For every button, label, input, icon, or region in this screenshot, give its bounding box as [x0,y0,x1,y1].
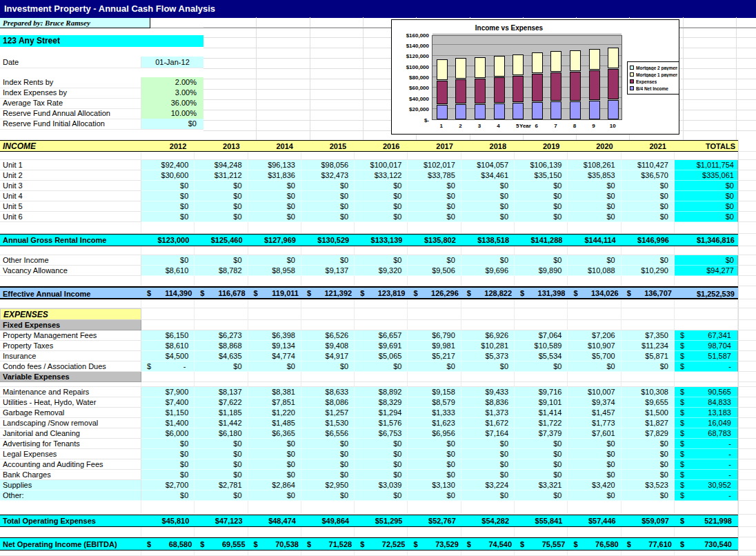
prepared-by-cell[interactable]: Prepared by: Bruce Ramsey [0,18,150,28]
value-cell[interactable]: $7,400 [141,397,195,408]
summary-value-cell[interactable]: $131,398 [515,286,568,299]
row-label[interactable]: Supplies [0,480,141,490]
value-cell[interactable]: $0 [408,459,461,470]
year-column-header[interactable]: 2017 [408,140,461,152]
value-cell[interactable]: $7,064 [515,330,568,341]
value-cell[interactable]: $2,864 [248,480,301,490]
value-cell[interactable]: $0 [568,439,621,449]
value-cell[interactable]: $0 [141,255,195,266]
value-cell[interactable]: $0 [621,201,675,212]
value-cell[interactable]: $0 [195,212,248,222]
value-cell[interactable]: $0 [141,212,195,222]
value-cell[interactable]: $1,773 [568,418,621,428]
value-cell[interactable]: $0 [248,449,301,459]
value-cell[interactable]: $10,308 [621,387,675,397]
row-label[interactable]: Janitorial and Cleaning [0,428,141,439]
row-label[interactable]: Unit 2 [0,170,141,181]
value-cell[interactable]: $0 [408,201,461,212]
assumption-value-cell[interactable]: $0 [141,119,203,130]
value-cell[interactable]: $6,273 [195,330,248,341]
value-cell[interactable]: $1,333 [408,408,461,418]
summary-value-cell[interactable]: $135,802 [408,234,461,246]
value-cell[interactable]: $9,696 [461,266,515,276]
value-cell[interactable]: $5,700 [568,351,621,361]
value-cell[interactable]: $96,133 [248,160,301,170]
date-value-cell[interactable]: 01-Jan-12 [141,57,203,68]
value-cell[interactable]: $0 [515,361,568,372]
value-cell[interactable]: $106,139 [515,160,568,170]
value-cell[interactable]: $36,570 [621,170,675,181]
value-cell[interactable]: $6,753 [355,428,408,439]
value-cell[interactable]: $11,234 [621,341,675,351]
value-cell[interactable]: $0 [461,459,515,470]
summary-value-cell[interactable]: $69,555 [195,537,248,550]
summary-value-cell[interactable]: $68,580 [141,537,195,550]
total-cell[interactable]: $- [675,459,738,470]
total-cell[interactable]: $0 [675,191,738,201]
value-cell[interactable]: $8,633 [301,387,355,397]
value-cell[interactable]: $0 [355,212,408,222]
value-cell[interactable]: $0 [408,255,461,266]
value-cell[interactable]: $7,829 [621,428,675,439]
value-cell[interactable]: $8,086 [301,397,355,408]
value-cell[interactable]: $0 [355,439,408,449]
value-cell[interactable]: $0 [515,470,568,480]
year-column-header[interactable]: 2019 [515,140,568,152]
value-cell[interactable]: $0 [141,201,195,212]
value-cell[interactable]: $0 [355,191,408,201]
value-cell[interactable]: $0 [568,470,621,480]
value-cell[interactable]: $35,150 [515,170,568,181]
summary-value-cell[interactable]: $72,525 [355,537,408,550]
summary-value-cell[interactable]: $141,288 [515,234,568,246]
value-cell[interactable]: $0 [141,449,195,459]
value-cell[interactable]: $0 [568,361,621,372]
value-cell[interactable]: $1,530 [301,418,355,428]
value-cell[interactable]: $33,122 [355,170,408,181]
value-cell[interactable]: $98,056 [301,160,355,170]
value-cell[interactable]: $0 [195,361,248,372]
row-label[interactable]: Unit 4 [0,191,141,201]
value-cell[interactable]: $9,691 [355,341,408,351]
value-cell[interactable]: $0 [568,201,621,212]
value-cell[interactable]: $5,871 [621,351,675,361]
summary-total-cell[interactable]: $1,346,816 [675,234,738,246]
value-cell[interactable]: $9,433 [461,387,515,397]
value-cell[interactable]: $0 [568,490,621,501]
summary-value-cell[interactable]: $57,446 [568,515,621,527]
value-cell[interactable]: $3,420 [568,480,621,490]
summary-value-cell[interactable]: $59,097 [621,515,675,527]
total-cell[interactable]: $16,049 [675,418,738,428]
value-cell[interactable]: $0 [461,470,515,480]
value-cell[interactable]: $0 [621,181,675,191]
totals-column-header[interactable]: TOTALS [675,140,738,152]
value-cell[interactable]: $4,917 [301,351,355,361]
value-cell[interactable]: $0 [355,449,408,459]
value-cell[interactable]: $0 [301,191,355,201]
summary-value-cell[interactable]: $123,819 [355,286,408,299]
summary-value-cell[interactable]: $51,295 [355,515,408,527]
value-cell[interactable]: $7,601 [568,428,621,439]
value-cell[interactable]: $9,981 [408,341,461,351]
value-cell[interactable]: $10,281 [461,341,515,351]
value-cell[interactable]: $6,526 [301,330,355,341]
value-cell[interactable]: $0 [248,490,301,501]
total-cell[interactable]: $30,952 [675,480,738,490]
value-cell[interactable]: $0 [141,490,195,501]
row-label[interactable]: Unit 1 [0,160,141,170]
summary-value-cell[interactable]: $144,114 [568,234,621,246]
summary-value-cell[interactable]: $71,528 [301,537,355,550]
value-cell[interactable]: $9,716 [515,387,568,397]
value-cell[interactable]: $32,473 [301,170,355,181]
value-cell[interactable]: $108,261 [568,160,621,170]
value-cell[interactable]: $0 [461,490,515,501]
value-cell[interactable]: $0 [248,361,301,372]
value-cell[interactable]: $0 [515,201,568,212]
row-label[interactable]: Insurance [0,351,141,361]
summary-total-cell[interactable]: $521,998 [675,515,738,527]
value-cell[interactable]: $7,206 [568,330,621,341]
value-cell[interactable]: $1,623 [408,418,461,428]
value-cell[interactable]: $0 [301,470,355,480]
value-cell[interactable]: $0 [461,212,515,222]
summary-value-cell[interactable]: $48,474 [248,515,301,527]
value-cell[interactable]: $100,017 [355,160,408,170]
